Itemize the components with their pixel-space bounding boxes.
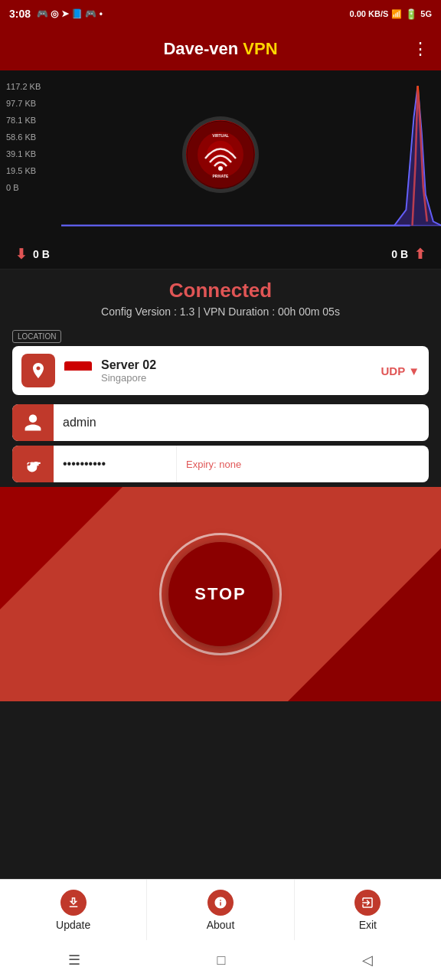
username-input[interactable]	[54, 416, 429, 430]
action-area: STOP	[0, 487, 441, 701]
chart-label-3: 39.1 KB	[6, 145, 41, 162]
stop-button-wrapper: STOP	[159, 533, 282, 655]
download-traffic: ⬇ 0 B	[15, 246, 50, 263]
status-icons: 🎮 ◎ ➤ 📘 🎮 •	[37, 8, 103, 19]
bg-triangle-darker	[288, 548, 441, 701]
android-home-btn[interactable]: □	[217, 952, 226, 969]
nav-item-about[interactable]: About	[147, 880, 294, 940]
nav-item-update[interactable]: Update	[0, 880, 147, 940]
server-icon-box	[21, 354, 55, 387]
nav-item-exit[interactable]: Exit	[295, 880, 441, 940]
singapore-flag	[64, 361, 92, 380]
exit-icon	[354, 890, 381, 916]
about-icon	[207, 890, 234, 916]
connection-status: Connected	[0, 279, 441, 302]
update-icon	[60, 890, 87, 916]
header: Dave-ven VPN ⋮	[0, 28, 441, 70]
about-label: About	[207, 919, 235, 931]
bg-triangle-dark	[0, 487, 122, 609]
app-title: Dave-ven VPN	[163, 39, 277, 59]
battery-icon: 🔋	[405, 8, 417, 20]
expiry-box: Expiry: none	[176, 446, 276, 482]
update-label: Update	[56, 919, 90, 931]
config-version: Config Version : 1.3	[101, 305, 194, 318]
exit-label: Exit	[359, 919, 377, 931]
chart-label-2: 19.5 KB	[6, 162, 41, 179]
stop-button-inner: STOP	[168, 542, 273, 646]
password-field: Expiry: none	[12, 446, 429, 482]
wifi-icon: 📶	[391, 9, 402, 19]
android-menu-btn[interactable]: ☰	[68, 952, 80, 969]
server-name: Server 02	[101, 358, 371, 372]
svg-marker-7	[394, 86, 441, 225]
server-card[interactable]: Server 02 Singapore UDP ▼	[12, 346, 429, 395]
protocol-dropdown-icon: ▼	[408, 364, 420, 377]
status-left: 3:08 🎮 ◎ ➤ 📘 🎮 •	[9, 8, 103, 20]
username-field	[12, 404, 429, 441]
auth-section: Expiry: none	[0, 400, 441, 487]
app-title-yellow: VPN	[243, 39, 277, 58]
stop-button-outer[interactable]: STOP	[159, 533, 282, 655]
server-info: Server 02 Singapore	[101, 358, 371, 384]
download-value: 0 B	[33, 248, 50, 260]
key-icon-box	[12, 446, 54, 482]
network-speed: 0.00 KB/S	[350, 9, 389, 18]
download-icon: ⬇	[15, 246, 27, 263]
app-title-white: Dave-ven	[163, 39, 238, 58]
status-section: Connected Config Version : 1.3 | VPN Dur…	[0, 270, 441, 324]
menu-button[interactable]: ⋮	[412, 39, 429, 59]
traffic-chart: 117.2 KB 97.7 KB 78.1 KB 58.6 KB 39.1 KB…	[0, 70, 441, 239]
android-nav: ☰ □ ◁	[0, 940, 441, 980]
vpn-duration: VPN Duration : 00h 00m 05s	[204, 305, 340, 318]
upload-traffic: 0 B ⬆	[391, 246, 426, 263]
traffic-row: ⬇ 0 B 0 B ⬆	[0, 239, 441, 270]
time: 3:08	[9, 8, 31, 20]
expiry-text: Expiry: none	[186, 459, 241, 470]
vpn-info: Config Version : 1.3 | VPN Duration : 00…	[0, 305, 441, 318]
stop-button-label: STOP	[194, 584, 247, 604]
chart-label-7: 117.2 KB	[6, 78, 41, 95]
chart-label-4: 58.6 KB	[6, 129, 41, 145]
bottom-nav: Update About Exit	[0, 879, 441, 940]
server-location: Singapore	[101, 372, 371, 384]
chart-label-5: 78.1 KB	[6, 112, 41, 129]
upload-icon: ⬆	[414, 246, 426, 263]
user-icon-box	[12, 404, 54, 441]
chart-labels: 117.2 KB 97.7 KB 78.1 KB 58.6 KB 39.1 KB…	[6, 78, 41, 196]
android-back-btn[interactable]: ◁	[362, 952, 373, 969]
chart-label-6: 97.7 KB	[6, 95, 41, 112]
status-bar: 3:08 🎮 ◎ ➤ 📘 🎮 • 0.00 KB/S 📶 🔋 5G	[0, 0, 441, 28]
upload-value: 0 B	[391, 248, 408, 260]
chart-label-1: 0 B	[6, 179, 41, 196]
location-section: LOCATION Server 02 Singapore UDP ▼	[0, 324, 441, 400]
status-right: 0.00 KB/S 📶 🔋 5G	[350, 8, 432, 20]
protocol-value: UDP	[381, 364, 405, 377]
chart-svg	[61, 70, 441, 239]
password-input[interactable]	[54, 457, 176, 471]
protocol-selector[interactable]: UDP ▼	[381, 364, 420, 377]
location-label: LOCATION	[12, 330, 61, 343]
